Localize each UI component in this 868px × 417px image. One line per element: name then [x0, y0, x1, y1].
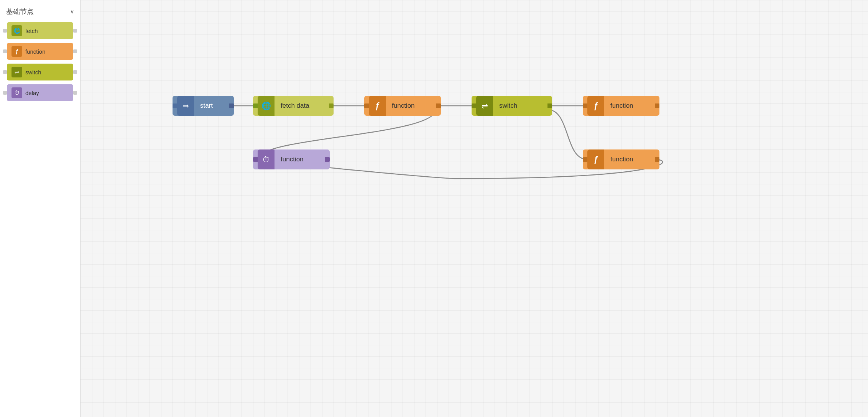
- sidebar-title: 基础节点: [6, 7, 34, 16]
- flow-node-function3[interactable]: ƒ function: [583, 149, 659, 169]
- flow-node-switch[interactable]: ⇌ switch: [472, 96, 552, 116]
- function4-port-right: [325, 157, 330, 162]
- flow-node-function1[interactable]: ƒ function: [364, 96, 441, 116]
- switch-icon: ⇌: [12, 67, 22, 77]
- sidebar-chevron[interactable]: ∨: [70, 8, 74, 15]
- sidebar-header: 基础节点 ∨: [3, 5, 77, 22]
- flow-node-fetch-data[interactable]: 🌐 fetch data: [253, 96, 334, 116]
- port-left-function: [3, 49, 7, 53]
- delay-node-label: ⏱ delay: [7, 84, 73, 101]
- fetch-node-label: 🌐 fetch: [7, 22, 73, 39]
- sidebar-node-delay[interactable]: ⏱ delay: [3, 84, 77, 101]
- start-icon: ⇒: [177, 96, 194, 116]
- function2-port-right: [655, 103, 659, 108]
- start-label: start: [194, 102, 229, 110]
- fetch-data-label: fetch data: [275, 102, 329, 110]
- sidebar: 基础节点 ∨ 🌐 fetch ƒ function ⇌ switch ⏱: [0, 0, 81, 417]
- function4-icon: ⏱: [258, 149, 275, 169]
- fetch-icon: 🌐: [12, 25, 22, 36]
- fetch-data-port-right: [329, 103, 334, 108]
- fetch-data-port-left: [253, 103, 258, 108]
- port-left-fetch: [3, 29, 7, 33]
- port-left-delay: [3, 91, 7, 95]
- port-right-function: [73, 49, 77, 53]
- function-icon: ƒ: [12, 46, 22, 57]
- function1-icon: ƒ: [369, 96, 386, 116]
- flow-canvas: ⇒ start 🌐 fetch data ƒ function ⇌ switch…: [81, 0, 868, 417]
- port-left-switch: [3, 70, 7, 74]
- start-port-left: [173, 103, 177, 108]
- switch-port-right: [547, 103, 552, 108]
- function2-icon: ƒ: [587, 96, 604, 116]
- port-right-delay: [73, 91, 77, 95]
- function4-label: function: [275, 156, 325, 163]
- function2-port-left: [583, 103, 587, 108]
- connections-svg: [81, 0, 868, 417]
- function3-label: function: [604, 156, 655, 163]
- sidebar-node-function[interactable]: ƒ function: [3, 43, 77, 60]
- port-right-fetch: [73, 29, 77, 33]
- fetch-data-icon: 🌐: [258, 96, 275, 116]
- function3-port-right: [655, 157, 659, 162]
- sidebar-node-fetch[interactable]: 🌐 fetch: [3, 22, 77, 39]
- flow-node-function2[interactable]: ƒ function: [583, 96, 659, 116]
- switch-node-label: ⇌ switch: [7, 64, 73, 80]
- function1-port-right: [436, 103, 441, 108]
- function2-label: function: [604, 102, 655, 110]
- function4-port-left: [253, 157, 258, 162]
- function-node-label: ƒ function: [7, 43, 73, 60]
- flow-node-function4[interactable]: ⏱ function: [253, 149, 330, 169]
- delay-icon: ⏱: [12, 87, 22, 98]
- switch-flow-label: switch: [493, 102, 547, 110]
- function3-icon: ƒ: [587, 149, 604, 169]
- sidebar-node-switch[interactable]: ⇌ switch: [3, 64, 77, 80]
- flow-node-start[interactable]: ⇒ start: [173, 96, 234, 116]
- function1-label: function: [386, 102, 436, 110]
- function3-port-left: [583, 157, 587, 162]
- function1-port-left: [364, 103, 369, 108]
- switch-port-left: [472, 103, 476, 108]
- switch-flow-icon: ⇌: [476, 96, 493, 116]
- port-right-switch: [73, 70, 77, 74]
- start-port-right: [229, 103, 234, 108]
